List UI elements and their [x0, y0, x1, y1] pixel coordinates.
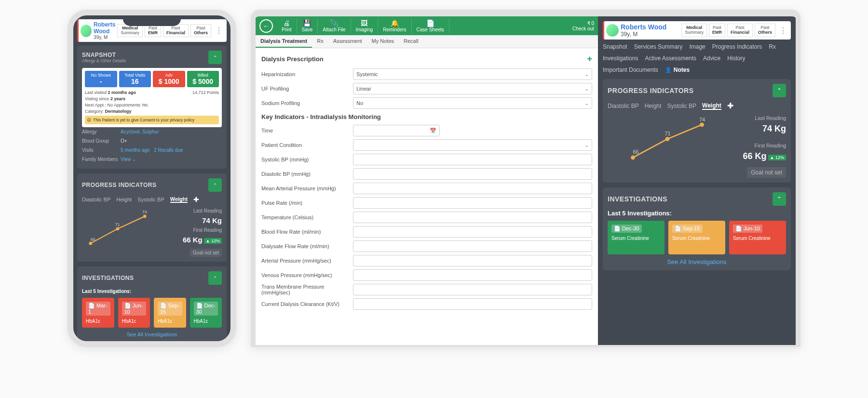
investigation-card[interactable]: 📄 Dec-30Serum Creatinine [608, 221, 665, 254]
nav-rx[interactable]: Rx [769, 43, 776, 50]
svg-point-0 [89, 242, 92, 245]
patient-name[interactable]: Roberts Wood [94, 21, 115, 35]
snapshot-card: SNAPSHOT Allergy & Other Details ⌃ No Sh… [77, 46, 227, 169]
stat-billed: Billed$ 5000 [187, 71, 219, 87]
pi-tab-sbp-s[interactable]: Systolic BP [667, 103, 696, 109]
category-line: Category: Dermatology [85, 109, 219, 114]
lbl-sodium: Sodium Profiling [261, 100, 353, 106]
form-toolbar: ← 🖨Print 💾Save 📎Attach File 🖼Imaging 🔔Re… [256, 16, 598, 35]
print-button[interactable]: 🖨Print [277, 18, 297, 33]
tab-dialysis-treatment[interactable]: Dialysis Treatment [256, 35, 312, 48]
input-dfr[interactable] [353, 240, 592, 252]
investigation-card[interactable]: 📄 Jun-10HbA1c [118, 298, 150, 328]
caret-icon: ⌄ [584, 142, 589, 148]
add-prescription-icon[interactable]: + [587, 54, 592, 64]
back-button[interactable]: ← [259, 19, 273, 33]
tab-assessment[interactable]: Assessment [328, 35, 367, 48]
input-temp[interactable] [353, 212, 592, 223]
hdr-past-emr-side[interactable]: PastEMR [709, 24, 725, 37]
save-button[interactable]: 💾Save [297, 18, 318, 33]
investigation-card[interactable]: 📄 Dec-30HbA1c [190, 298, 222, 328]
kv-visits: Visits5 months ago 2 Recalls due [82, 146, 222, 155]
investigation-card[interactable]: 📄 Mar-1HbA1c [82, 298, 114, 328]
collapse-inv[interactable]: ⌃ [773, 192, 786, 206]
input-bfr[interactable] [353, 226, 592, 238]
more-icon-side[interactable]: ⋮ [777, 26, 789, 35]
hdr-past-financial-side[interactable]: PastFinancial [727, 24, 753, 37]
tab-recall[interactable]: Recall [399, 35, 423, 48]
pi-tab-height[interactable]: Height [116, 197, 132, 202]
investigation-card[interactable]: 📄 Sep-15Serum Creatinine [668, 221, 725, 254]
nav-image[interactable]: Image [689, 43, 705, 50]
imaging-icon: 🖼 [361, 19, 367, 27]
nav-advice[interactable]: Advice [703, 55, 720, 62]
pi-tab-sbp[interactable]: Systolic BP [137, 197, 164, 202]
investigations-card: INVESTIGATIONS ⌃ Last 5 Investigations: … [603, 187, 791, 270]
investigation-card[interactable]: 📄 Jun-10Serum Creatinine [729, 221, 786, 254]
attach-button[interactable]: 📎Attach File [318, 18, 351, 33]
weight-chart: 667174 [608, 115, 727, 168]
svg-text:71: 71 [665, 131, 671, 136]
input-sodium[interactable]: No⌄ [353, 97, 592, 109]
pi-add-icon[interactable]: ✚ [193, 196, 199, 203]
patient-header-side: Roberts Wood 39y, M MedicalSummary PastE… [603, 21, 791, 40]
tab-mynotes[interactable]: My Notes [367, 35, 399, 48]
hdr-medical-summary-side[interactable]: MedicalSummary [681, 24, 707, 37]
pi-tab-dbp-s[interactable]: Diastolic BP [608, 103, 639, 109]
hdr-past-others[interactable]: PastOthers [190, 24, 211, 38]
nav-notes[interactable]: Notes [665, 66, 690, 73]
input-pc[interactable]: ⌄ [353, 139, 592, 151]
pi-tab-weight[interactable]: Weight [170, 196, 188, 203]
bell-icon: 🔔 [391, 19, 399, 27]
input-hep[interactable]: Systemic⌄ [353, 68, 592, 80]
input-dbp[interactable] [353, 168, 592, 180]
see-all-inv[interactable]: See All Investigations [667, 258, 727, 265]
casesheets-button[interactable]: 📄Case Sheets [412, 18, 449, 33]
nav-progress[interactable]: Progress Indicators [712, 43, 762, 50]
input-tmp[interactable] [353, 284, 592, 295]
lbl-vp: Venous Pressure (mmHg/sec) [261, 272, 353, 278]
nav-investigations[interactable]: Investigations [603, 55, 638, 62]
input-time[interactable]: 📅 [353, 125, 440, 136]
collapse-snapshot[interactable]: ⌃ [208, 51, 222, 64]
checkout-panel[interactable]: ₹ 0Check out [572, 21, 594, 31]
input-pulse[interactable] [353, 197, 592, 209]
input-cdc[interactable] [353, 298, 592, 310]
collapse-pi-phone[interactable]: ⌃ [208, 178, 222, 192]
progress-card-phone: PROGRESS INDICATORS ⌃ Diastolic BP Heigh… [77, 173, 227, 262]
more-icon[interactable]: ⋮ [213, 26, 225, 35]
hdr-past-others-side[interactable]: PastOthers [755, 24, 775, 37]
pi-tab-height-s[interactable]: Height [645, 103, 662, 109]
nav-services[interactable]: Services Summary [634, 43, 683, 50]
input-sbp[interactable] [353, 154, 592, 165]
nav-snapshot[interactable]: Snapshot [603, 43, 627, 50]
goal-not-set: Goal not set [190, 249, 222, 257]
imaging-button[interactable]: 🖼Imaging [351, 18, 379, 33]
nav-docs[interactable]: Important Documents [603, 66, 658, 73]
lbl-temp: Temperature (Celsius) [261, 214, 353, 220]
collapse-pi[interactable]: ⌃ [773, 84, 786, 97]
nav-active[interactable]: Active Assessments [645, 55, 696, 62]
pi-tab-weight-s[interactable]: Weight [702, 102, 721, 110]
investigation-card[interactable]: 📄 Sep-15HbA1c [154, 298, 186, 328]
tab-rx[interactable]: Rx [312, 35, 328, 48]
see-all-inv-phone[interactable]: See All Investigations [127, 332, 177, 337]
input-ap[interactable] [353, 255, 592, 266]
svg-text:74: 74 [142, 210, 147, 214]
inv-sub-phone: Last 5 Investigations: [82, 289, 222, 294]
nav-history[interactable]: History [727, 55, 745, 62]
pi-title-phone: PROGRESS INDICATORS [82, 182, 156, 188]
kv-family[interactable]: Family MembersView ⌄ [82, 155, 222, 164]
patient-name-side[interactable]: Roberts Wood [621, 23, 679, 31]
goal-not-set-s: Goal not set [747, 167, 786, 178]
pi-tab-dbp[interactable]: Diastolic BP [82, 197, 110, 202]
laptop-device: ← 🖨Print 💾Save 📎Attach File 🖼Imaging 🔔Re… [251, 10, 800, 347]
collapse-inv-phone[interactable]: ⌃ [208, 271, 222, 285]
input-map[interactable] [353, 183, 592, 194]
first-reading-row: 66 Kg ▲ 12% [183, 236, 222, 244]
pi-add-icon-s[interactable]: ✚ [727, 101, 733, 110]
lbl-ap: Arterial Pressure (mmHg/sec) [261, 258, 353, 264]
input-uf[interactable]: Linear⌄ [353, 83, 592, 94]
reminders-button[interactable]: 🔔Reminders [378, 18, 411, 33]
input-vp[interactable] [353, 269, 592, 281]
